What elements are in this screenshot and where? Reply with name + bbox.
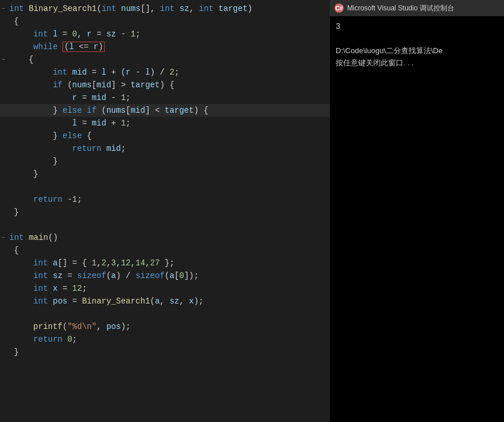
code-content: − int Binary_Search1(int nums[], int sz,…: [0, 0, 330, 361]
line-3-content: int l = 0, r = sz - 1;: [12, 29, 330, 39]
line-10-content: l = mid + 1;: [12, 119, 330, 128]
debug-output: 3 D:\Code\luogu\二分查找算法\De 按任意键关闭此窗口. . .: [330, 16, 504, 422]
code-line-24: int pos = Binary_Search1(a, sz, x);: [0, 295, 330, 308]
debug-line-3: D:\Code\luogu\二分查找算法\De: [336, 45, 498, 57]
code-line-2: {: [0, 15, 330, 28]
code-line-23: int x = 12;: [0, 282, 330, 295]
vs-icon: C#: [334, 3, 344, 13]
code-line-10: l = mid + 1;: [0, 117, 330, 129]
line-28-content: }: [12, 347, 330, 357]
code-line-3: int l = 0, r = sz - 1;: [0, 28, 330, 40]
line-21-content: int a[] = { 1,2,3,12,14,27 };: [12, 258, 330, 268]
line-2-content: {: [12, 17, 330, 26]
fold-icon-19[interactable]: −: [0, 234, 7, 241]
debug-line-2: [336, 33, 498, 45]
line-27-content: return 0;: [12, 335, 330, 344]
debug-console: C# Microsoft Visual Studio 调试控制台 3 D:\Co…: [330, 0, 504, 422]
code-line-9: } else if (nums[mid] < target) {: [0, 104, 330, 117]
fold-icon-5[interactable]: −: [0, 56, 7, 63]
code-line-1: − int Binary_Search1(int nums[], int sz,…: [0, 2, 330, 15]
code-line-22: int sz = sizeof(a) / sizeof(a[0]);: [0, 269, 330, 282]
code-line-20: {: [0, 244, 330, 257]
debug-title: Microsoft Visual Studio 调试控制台: [347, 3, 454, 13]
line-7-content: if (nums[mid] > target) {: [12, 80, 330, 90]
code-line-21: int a[] = { 1,2,3,12,14,27 };: [0, 257, 330, 269]
line-13-content: }: [12, 157, 330, 166]
code-line-14: }: [0, 168, 330, 180]
line-4-content: while (l <= r): [12, 42, 330, 51]
line-22-content: int sz = sizeof(a) / sizeof(a[0]);: [12, 271, 330, 280]
fold-icon-1[interactable]: −: [0, 5, 7, 12]
line-26-content: printf("%d\n", pos);: [12, 322, 330, 331]
code-line-4: while (l <= r): [0, 40, 330, 53]
code-line-16: return -1;: [0, 193, 330, 206]
code-line-7: if (nums[mid] > target) {: [0, 79, 330, 91]
line-8-content: r = mid - 1;: [12, 93, 330, 102]
debug-titlebar: C# Microsoft Visual Studio 调试控制台: [330, 0, 504, 16]
line-17-content: }: [12, 208, 330, 217]
code-line-27: return 0;: [0, 333, 330, 346]
line-9-content: } else if (nums[mid] < target) {: [12, 106, 330, 115]
code-line-26: printf("%d\n", pos);: [0, 320, 330, 333]
code-line-12: return mid;: [0, 142, 330, 155]
line-15-content: [12, 182, 330, 191]
line-19-content: int main(): [7, 233, 330, 242]
line-11-content: } else {: [12, 131, 330, 140]
line-23-content: int x = 12;: [12, 284, 330, 293]
code-line-6: int mid = l + (r - l) / 2;: [0, 66, 330, 79]
line-14-content: }: [12, 169, 330, 179]
line-25-content: [12, 309, 330, 319]
code-line-17: }: [0, 206, 330, 219]
debug-line-1: 3: [336, 21, 498, 33]
line-18-content: [12, 220, 330, 229]
code-line-5: − {: [0, 53, 330, 66]
code-line-18: [0, 219, 330, 231]
line-16-content: return -1;: [12, 195, 330, 204]
line-6-content: int mid = l + (r - l) / 2;: [12, 68, 330, 77]
line-12-content: return mid;: [12, 144, 330, 153]
code-editor: − int Binary_Search1(int nums[], int sz,…: [0, 0, 330, 422]
code-line-8: r = mid - 1;: [0, 91, 330, 104]
code-line-11: } else {: [0, 129, 330, 142]
debug-line-4: 按任意键关闭此窗口. . .: [336, 57, 498, 69]
code-line-15: [0, 180, 330, 193]
line-5-content: {: [7, 55, 330, 64]
line-20-content: {: [12, 246, 330, 255]
code-line-25: [0, 308, 330, 320]
code-line-19: − int main(): [0, 231, 330, 244]
code-line-13: }: [0, 155, 330, 168]
code-line-28: }: [0, 346, 330, 358]
line-24-content: int pos = Binary_Search1(a, sz, x);: [12, 297, 330, 306]
line-1-content: int Binary_Search1(int nums[], int sz, i…: [7, 4, 330, 13]
